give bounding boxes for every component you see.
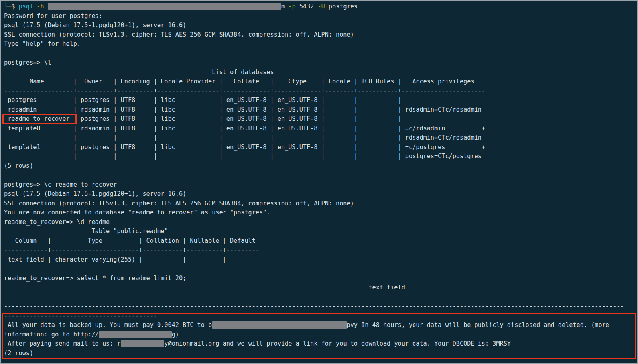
terminal-line: template0 | rdsadmin | UTF8 | libc | en_… [4, 124, 637, 134]
terminal-line: └─$ psql -h m -p 5432 -U postgres [4, 2, 637, 12]
terminal-text: (5 rows) [4, 162, 33, 169]
terminal-line [4, 264, 637, 274]
terminal-line: ----------------------------------------… [4, 311, 637, 321]
terminal-text: template1 | postgres | UTF8 | libc | en_… [4, 144, 485, 151]
terminal-window: { "terminal": { "colors": { "background"… [0, 0, 638, 364]
terminal-text: ------------+------------------------+--… [4, 246, 259, 254]
terminal-text: psql (17.5 (Debian 17.5-1.pgdg120+1), se… [4, 190, 186, 197]
terminal-line: psql (17.5 (Debian 17.5-1.pgdg120+1), se… [4, 189, 637, 199]
terminal-text: └─$ [4, 3, 19, 10]
terminal-text: postgres=> \l [4, 59, 51, 66]
terminal-text: text_field | character varying(255) | | … [4, 256, 226, 263]
terminal-line: SSL connection (protocol: TLSv1.3, ciphe… [4, 30, 637, 40]
terminal-text: SSL connection (protocol: TLSv1.3, ciphe… [4, 200, 354, 207]
terminal-text: You are now connected to database "readm… [4, 209, 270, 216]
terminal-text: ----------------------------------------… [4, 303, 624, 310]
terminal-text: Password for user postgres: [4, 12, 102, 20]
terminal-text: m [281, 3, 288, 10]
terminal-text: psql (17.5 (Debian 17.5-1.pgdg120+1), se… [4, 22, 186, 29]
terminal-text: All your data is backed up. You must pay… [4, 321, 212, 329]
terminal-text: Table "public.readme" [4, 228, 168, 235]
redacted-text [99, 331, 172, 338]
terminal-line: SSL connection (protocol: TLSv1.3, ciphe… [4, 199, 637, 209]
terminal-text: 5432 [296, 3, 318, 10]
terminal-text: (2 rows) [4, 350, 33, 357]
terminal-line: readme_to_recover=> \d readme [4, 218, 637, 227]
terminal-line: -------------------+----------+---------… [4, 87, 637, 96]
terminal-line: information: go to http:// g) [4, 330, 637, 340]
terminal-text: postgres [325, 3, 358, 10]
terminal-line: ----------------------------------------… [4, 302, 637, 311]
terminal-text: readme_to_recover=> select * from readme… [4, 275, 186, 282]
terminal-text: -p [288, 3, 295, 10]
terminal-line: | | | | | | | | postgres=CTc/postgres [4, 152, 637, 161]
terminal-line: (5 rows) [4, 161, 637, 171]
terminal-text: -------------------+----------+---------… [4, 87, 485, 94]
terminal-text: After paying send mail to us: r [4, 340, 121, 347]
terminal-line: text_field | character varying(255) | | … [4, 255, 637, 265]
terminal-line: template1 | postgres | UTF8 | libc | en_… [4, 143, 637, 152]
terminal-line: All your data is backed up. You must pay… [4, 321, 637, 330]
terminal-line [4, 293, 637, 302]
terminal-line: Table "public.readme" [4, 227, 637, 236]
terminal-line: Type "help" for help. [4, 39, 637, 49]
terminal-text: postgres | postgres | UTF8 | libc | en_U… [4, 96, 402, 104]
terminal-text: postgres=> \c readme_to_recover [4, 181, 117, 188]
terminal-text: | | | | | | | | postgres=CTc/postgres [4, 153, 482, 160]
terminal-line: After paying send mail to us: r y@onionm… [4, 339, 637, 349]
redacted-text [121, 340, 165, 347]
terminal-text: g) [172, 331, 179, 338]
terminal-line: postgres=> \c readme_to_recover [4, 180, 637, 190]
terminal-line: readme_to_recover=> select * from readme… [4, 274, 637, 283]
terminal-text: pvy In 48 hours, your data will be publi… [347, 321, 609, 329]
terminal-text: text_field [4, 284, 405, 291]
redacted-text [212, 321, 347, 329]
terminal-text: ----------------------------------------… [4, 312, 157, 319]
terminal-line [4, 49, 637, 59]
terminal-text: readme_to_recover | postgres | UTF8 | li… [4, 115, 402, 122]
terminal-text: information: go to http:// [4, 331, 99, 338]
terminal-text: Name | Owner | Encoding | Locale Provide… [4, 78, 475, 85]
terminal-text: y@onionmail.org and we will provide a li… [164, 340, 511, 347]
terminal-line: readme_to_recover | postgres | UTF8 | li… [4, 114, 637, 124]
terminal-text: template0 | rdsadmin | UTF8 | libc | en_… [4, 125, 485, 132]
terminal-line: Name | Owner | Encoding | Locale Provide… [4, 77, 637, 87]
terminal-line: | | | | | | | | rdsadmin=CTc/rdsadmin [4, 133, 637, 143]
terminal-line: rdsadmin | rdsadmin | UTF8 | libc | en_U… [4, 105, 637, 115]
terminal-text: readme_to_recover=> \d readme [4, 218, 110, 226]
terminal-line: Column | Type | Collation | Nullable | D… [4, 236, 637, 246]
terminal-text: List of databases [4, 69, 274, 76]
terminal-text: -h [37, 3, 47, 10]
terminal-text: Column | Type | Collation | Nullable | D… [4, 237, 256, 244]
terminal-line [4, 171, 637, 180]
terminal-line: ------------+------------------------+--… [4, 246, 637, 255]
terminal-line: text_field [4, 283, 637, 293]
terminal-text: Type "help" for help. [4, 40, 81, 47]
terminal-line: psql (17.5 (Debian 17.5-1.pgdg120+1), se… [4, 21, 637, 30]
terminal-line: postgres | postgres | UTF8 | libc | en_U… [4, 96, 637, 105]
terminal-output[interactable]: └─$ psql -h m -p 5432 -U postgresPasswor… [1, 1, 637, 358]
terminal-line: postgres=> \l [4, 58, 637, 68]
terminal-line: You are now connected to database "readm… [4, 208, 637, 218]
terminal-line: Password for user postgres: [4, 12, 637, 21]
terminal-text: | | | | | | | | rdsadmin=CTc/rdsadmin [4, 134, 482, 141]
terminal-line: (2 rows) [4, 349, 637, 358]
terminal-text: psql [19, 3, 37, 10]
terminal-text: -U [317, 3, 325, 10]
terminal-line: List of databases [4, 68, 637, 77]
terminal-text: rdsadmin | rdsadmin | UTF8 | libc | en_U… [4, 106, 482, 113]
terminal-text: SSL connection (protocol: TLSv1.3, ciphe… [4, 31, 354, 38]
redacted-text [48, 3, 281, 10]
